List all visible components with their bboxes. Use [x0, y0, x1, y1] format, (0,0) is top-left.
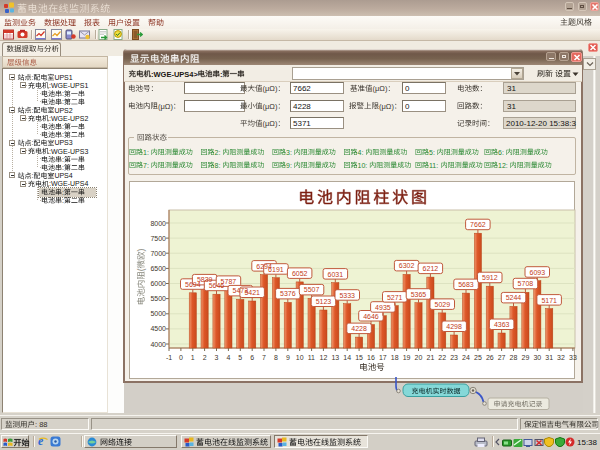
svg-text:5123: 5123	[316, 298, 332, 305]
svg-text:5244: 5244	[506, 294, 522, 301]
svg-text:2:: 2:	[215, 149, 221, 156]
svg-text:27: 27	[498, 354, 506, 361]
svg-text:1:: 1:	[143, 149, 149, 156]
svg-text:14: 14	[343, 354, 351, 361]
svg-text:2010-12-20 15:38:3: 2010-12-20 15:38:3	[506, 119, 576, 128]
svg-text:6302: 6302	[399, 262, 415, 269]
svg-text:26: 26	[486, 354, 494, 361]
svg-text:7662: 7662	[293, 84, 311, 93]
svg-text:7: 7	[262, 354, 266, 361]
svg-text::WGE-UPS3: :WGE-UPS3	[49, 148, 88, 155]
svg-text::WGE-UPS4: :WGE-UPS4	[49, 180, 88, 187]
svg-text:(μΩ): (μΩ)	[263, 84, 278, 93]
svg-text:5376: 5376	[280, 290, 296, 297]
svg-text:5683: 5683	[458, 281, 474, 288]
svg-text::: :	[62, 131, 64, 138]
svg-text:4500: 4500	[150, 325, 166, 332]
svg-text::: :	[32, 107, 34, 114]
svg-text:1: 1	[191, 354, 195, 361]
svg-text:10:: 10:	[358, 162, 368, 169]
svg-text:7000: 7000	[150, 250, 166, 257]
svg-text::: :	[62, 189, 64, 196]
svg-text::WGE-UPS1: :WGE-UPS1	[49, 82, 88, 89]
svg-text:21: 21	[427, 354, 435, 361]
svg-text:4228: 4228	[351, 325, 367, 332]
svg-text:20: 20	[415, 354, 423, 361]
svg-text:6052: 6052	[292, 270, 308, 277]
svg-text:0: 0	[405, 102, 410, 111]
svg-text:5171: 5171	[541, 297, 557, 304]
svg-text:31: 31	[507, 102, 516, 111]
svg-text:22: 22	[438, 354, 446, 361]
svg-text::: :	[62, 98, 64, 105]
svg-text::WGE-UPS2: :WGE-UPS2	[49, 115, 88, 122]
svg-text:23: 23	[450, 354, 458, 361]
svg-text:5029: 5029	[435, 301, 451, 308]
svg-text:5:: 5:	[429, 149, 435, 156]
svg-text:): )	[136, 249, 146, 252]
svg-text:12:: 12:	[498, 162, 508, 169]
svg-text:31: 31	[545, 354, 553, 361]
svg-text::: :	[62, 90, 64, 97]
svg-text:(μΩ): (μΩ)	[373, 84, 388, 93]
svg-text:UPS4: UPS4	[54, 172, 72, 179]
svg-text::: :	[32, 74, 34, 81]
svg-text:(μΩ): (μΩ)	[263, 119, 278, 128]
svg-text:5421: 5421	[244, 289, 260, 296]
svg-text:7662: 7662	[470, 221, 486, 228]
svg-text:3: 3	[215, 354, 219, 361]
svg-text:5365: 5365	[411, 291, 427, 298]
svg-text:5271: 5271	[387, 294, 403, 301]
svg-text::: :	[62, 156, 64, 163]
svg-text:10: 10	[296, 354, 304, 361]
svg-text::WGE-UPS4>: :WGE-UPS4>	[151, 70, 199, 79]
svg-text:24: 24	[462, 354, 470, 361]
svg-text:(: (	[136, 268, 146, 271]
svg-text:4363: 4363	[494, 321, 510, 328]
svg-text:0: 0	[179, 354, 183, 361]
svg-text:4228: 4228	[293, 102, 311, 111]
svg-text:5787: 5787	[221, 278, 237, 285]
svg-text:33: 33	[569, 354, 577, 361]
svg-text:4:: 4:	[358, 149, 364, 156]
svg-text:25: 25	[474, 354, 482, 361]
svg-text:UPS1: UPS1	[54, 74, 72, 81]
svg-text:4000: 4000	[150, 341, 166, 348]
svg-text:15: 15	[355, 354, 363, 361]
svg-text:7:: 7:	[143, 162, 149, 169]
svg-text:: 88: : 88	[35, 420, 48, 429]
svg-text:11:: 11:	[429, 162, 438, 169]
svg-text::: :	[62, 123, 64, 130]
svg-text:5: 5	[238, 354, 242, 361]
svg-text:7500: 7500	[150, 235, 166, 242]
svg-text:6500: 6500	[150, 265, 166, 272]
svg-text:6191: 6191	[268, 266, 284, 273]
svg-text:4298: 4298	[446, 323, 462, 330]
svg-text:5708: 5708	[518, 280, 534, 287]
svg-text:11: 11	[308, 354, 315, 361]
svg-text:6: 6	[250, 354, 254, 361]
svg-text:16: 16	[367, 354, 375, 361]
svg-text:3:: 3:	[286, 149, 292, 156]
svg-text:5333: 5333	[339, 292, 355, 299]
svg-text:9: 9	[286, 354, 290, 361]
svg-text:6:: 6:	[498, 149, 504, 156]
svg-text:6031: 6031	[328, 271, 344, 278]
svg-text:29: 29	[522, 354, 530, 361]
svg-text:32: 32	[557, 354, 565, 361]
svg-text:6212: 6212	[423, 265, 439, 272]
svg-text:5000: 5000	[150, 310, 166, 317]
svg-text:5500: 5500	[150, 295, 166, 302]
svg-text:UPS3: UPS3	[54, 139, 72, 146]
svg-text:5507: 5507	[304, 286, 320, 293]
svg-text:19: 19	[403, 354, 411, 361]
svg-text:-1: -1	[166, 354, 172, 361]
svg-text:8: 8	[274, 354, 278, 361]
svg-text:6093: 6093	[530, 269, 546, 276]
svg-text:28: 28	[510, 354, 518, 361]
svg-text:4646: 4646	[363, 313, 379, 320]
svg-text:12: 12	[320, 354, 328, 361]
svg-text:(μΩ): (μΩ)	[158, 102, 173, 111]
svg-text:(μΩ): (μΩ)	[379, 102, 394, 111]
svg-text:8:: 8:	[215, 162, 221, 169]
